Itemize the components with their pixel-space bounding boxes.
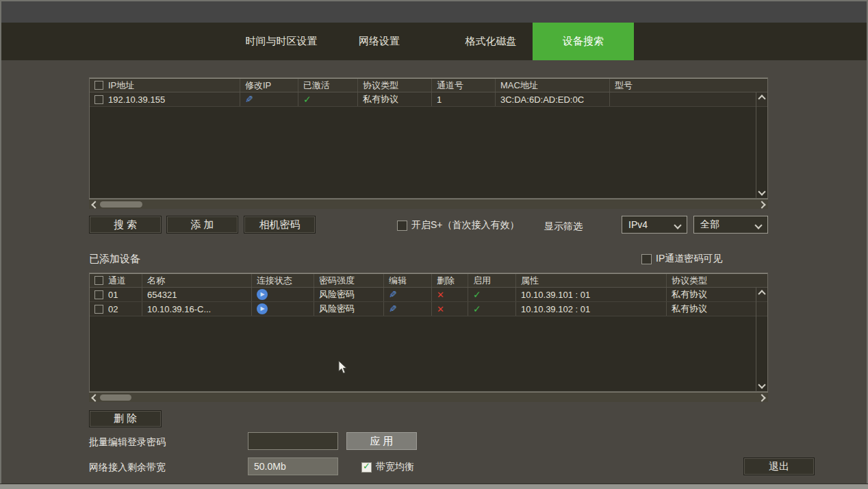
scroll-left-icon[interactable] <box>91 394 99 401</box>
scrollbar-thumb[interactable] <box>100 201 142 208</box>
col-channel: 通道 <box>108 275 126 287</box>
tab-network-settings[interactable]: 网络设置 <box>348 23 411 60</box>
batch-password-label: 批量编辑登录密码 <box>89 436 166 449</box>
col-channel-no: 通道号 <box>432 79 496 92</box>
scroll-up-icon[interactable] <box>758 95 765 102</box>
enable-splus-checkbox[interactable] <box>397 221 407 231</box>
col-activated: 已激活 <box>298 79 358 92</box>
table-row[interactable]: 192.10.39.155 ✎ ✓ 私有协议 1 3C:DA:6D:AD:ED:… <box>90 92 767 107</box>
bandwidth-balance-checkbox[interactable]: ✓ <box>361 462 372 473</box>
scroll-left-icon[interactable] <box>91 201 99 208</box>
window-top-strip <box>1 1 867 23</box>
scroll-down-icon[interactable] <box>758 188 765 195</box>
scope-select[interactable]: 全部 <box>693 216 768 234</box>
window-border <box>0 0 868 1</box>
window-bottom-strip <box>0 484 868 489</box>
tab-format-disk[interactable]: 格式化磁盘 <box>455 23 527 60</box>
scope-value: 全部 <box>700 218 719 231</box>
col-protocol-type: 协议类型 <box>358 79 432 92</box>
added-devices-title: 已添加设备 <box>89 253 140 266</box>
device-protocol: 私有协议 <box>358 92 432 106</box>
tab-time-zone-settings[interactable]: 时间与时区设置 <box>233 23 330 60</box>
bandwidth-label: 网络接入剩余带宽 <box>89 462 166 474</box>
delete-icon[interactable]: ✕ <box>437 304 444 314</box>
chevron-down-icon <box>754 221 762 229</box>
device-protocol: 私有协议 <box>667 302 767 316</box>
col-modify-ip: 修改IP <box>240 79 298 92</box>
scroll-up-icon[interactable] <box>758 290 765 297</box>
col-connection-status: 连接状态 <box>252 274 314 287</box>
select-all-checkbox[interactable] <box>94 276 103 285</box>
enable-splus-label: 开启S+（首次接入有效） <box>411 219 520 231</box>
device-search-screen: 时间与时区设置 网络设置 格式化磁盘 设备搜索 IP地址 修改IP 已激活 协议… <box>0 0 868 489</box>
activated-check-icon: ✓ <box>303 94 311 105</box>
edit-ip-icon[interactable]: ✎ <box>245 94 253 105</box>
device-name: 654321 <box>142 288 252 301</box>
added-table-horizontal-scrollbar[interactable] <box>89 392 768 402</box>
camera-password-button[interactable]: 相机密码 <box>244 216 316 234</box>
device-mac: 3C:DA:6D:AD:ED:0C <box>496 92 610 106</box>
device-attribute: 10.10.39.101 : 01 <box>516 288 667 301</box>
ip-channel-password-visible-label: IP通道密码可见 <box>656 253 722 265</box>
bandwidth-input[interactable] <box>248 457 338 475</box>
device-name: 10.10.39.16-C... <box>142 302 252 316</box>
ip-channel-password-visible-checkbox[interactable] <box>641 254 652 264</box>
channel-number: 02 <box>108 304 118 314</box>
window-border <box>0 0 1 489</box>
password-strength: 风险密码 <box>314 302 384 316</box>
chevron-down-icon <box>674 221 681 229</box>
col-edit: 编辑 <box>384 274 432 287</box>
select-all-checkbox[interactable] <box>94 81 103 90</box>
tab-device-search[interactable]: 设备搜索 <box>533 23 634 60</box>
search-results-table: IP地址 修改IP 已激活 协议类型 通道号 MAC地址 型号 192.10.3… <box>89 77 768 199</box>
delete-button[interactable]: 删 除 <box>89 410 162 427</box>
connection-status-play-icon[interactable]: ▶ <box>257 289 268 300</box>
ip-version-select[interactable]: IPv4 <box>622 216 687 234</box>
col-attribute: 属性 <box>516 274 667 287</box>
col-password-strength: 密码强度 <box>314 274 384 287</box>
device-ip: 192.10.39.155 <box>108 95 165 105</box>
enabled-check-icon[interactable]: ✓ <box>473 303 481 314</box>
scroll-right-icon[interactable] <box>758 394 765 401</box>
edit-icon[interactable]: ✎ <box>389 303 397 314</box>
connection-status-play-icon[interactable]: ▶ <box>257 303 268 314</box>
scrollbar-thumb[interactable] <box>100 394 131 401</box>
exit-button[interactable]: 退出 <box>743 457 815 475</box>
channel-number: 01 <box>108 290 118 300</box>
device-protocol: 私有协议 <box>667 288 767 301</box>
ip-version-value: IPv4 <box>628 219 648 230</box>
search-table-vertical-scrollbar[interactable] <box>756 92 767 198</box>
password-strength: 风险密码 <box>314 288 384 301</box>
row-checkbox[interactable] <box>94 95 103 104</box>
apply-button[interactable]: 应 用 <box>346 432 417 450</box>
display-filter-label: 显示筛选 <box>544 221 583 233</box>
col-name: 名称 <box>142 274 252 287</box>
delete-icon[interactable]: ✕ <box>437 290 444 300</box>
search-button[interactable]: 搜 索 <box>89 216 162 234</box>
bandwidth-balance-label: 带宽均衡 <box>376 461 414 473</box>
device-attribute: 10.10.39.102 : 01 <box>516 302 667 316</box>
col-enable: 启用 <box>468 274 516 287</box>
scroll-right-icon[interactable] <box>758 201 765 208</box>
table-row[interactable]: 02 10.10.39.16-C... ▶ 风险密码 ✎ ✕ ✓ 10.10.3… <box>90 302 767 316</box>
device-model <box>610 92 767 106</box>
add-button[interactable]: 添 加 <box>166 216 238 234</box>
device-channel-count: 1 <box>432 92 496 106</box>
search-table-header: IP地址 修改IP 已激活 协议类型 通道号 MAC地址 型号 <box>90 78 767 92</box>
scroll-down-icon[interactable] <box>758 381 765 388</box>
enabled-check-icon[interactable]: ✓ <box>473 289 481 300</box>
col-protocol-type: 协议类型 <box>667 274 767 287</box>
search-table-horizontal-scrollbar[interactable] <box>89 199 768 209</box>
edit-icon[interactable]: ✎ <box>389 289 397 300</box>
added-table-vertical-scrollbar[interactable] <box>756 288 767 391</box>
batch-password-input[interactable] <box>248 432 338 450</box>
col-ip-address: IP地址 <box>108 79 134 92</box>
row-checkbox[interactable] <box>94 290 103 299</box>
col-model: 型号 <box>610 79 767 92</box>
added-table-header: 通道 名称 连接状态 密码强度 编辑 删除 启用 属性 协议类型 <box>90 273 767 288</box>
table-row[interactable]: 01 654321 ▶ 风险密码 ✎ ✕ ✓ 10.10.39.101 : 01… <box>90 288 767 302</box>
settings-tabbar: 时间与时区设置 网络设置 格式化磁盘 设备搜索 <box>1 23 867 60</box>
col-delete: 删除 <box>432 274 468 287</box>
row-checkbox[interactable] <box>94 305 103 314</box>
col-mac-address: MAC地址 <box>496 79 610 92</box>
